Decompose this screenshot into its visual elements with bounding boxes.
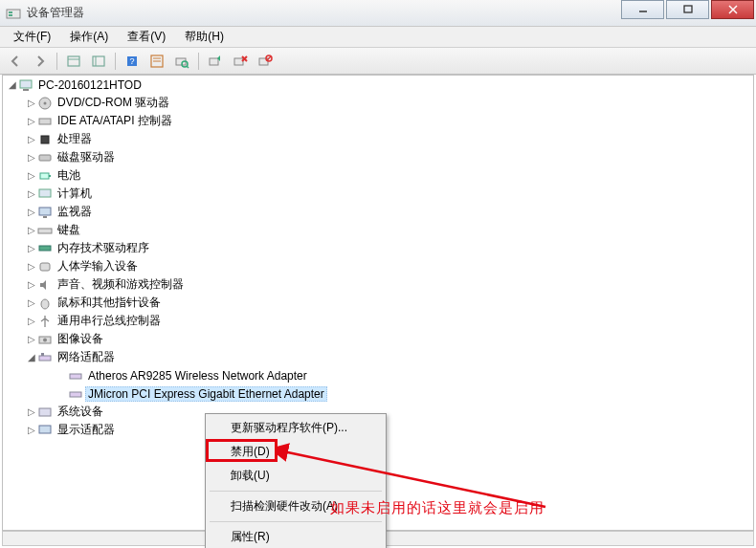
back-button[interactable] (4, 51, 27, 72)
uninstall-button[interactable] (229, 51, 252, 72)
tree-category[interactable]: ▷ 人体学输入设备 (3, 257, 753, 275)
svg-rect-37 (43, 216, 47, 218)
disc-icon (37, 96, 53, 111)
svg-rect-38 (38, 229, 52, 233)
toolbar-separator (115, 53, 116, 70)
tree-label: 计算机 (55, 185, 95, 203)
tree-device-selected[interactable]: JMicron PCI Express Gigabit Ethernet Ada… (3, 384, 753, 403)
expand-icon[interactable]: ▷ (26, 279, 37, 291)
svg-rect-27 (23, 89, 29, 91)
tree-label: 鼠标和其他指针设备 (55, 294, 164, 312)
imaging-icon (37, 332, 53, 347)
expand-icon[interactable]: ▷ (26, 152, 37, 164)
minimize-button[interactable] (621, 0, 664, 19)
expand-icon[interactable]: ▷ (26, 170, 37, 182)
expand-icon[interactable]: ▷ (26, 188, 37, 200)
expand-icon[interactable]: ▷ (26, 297, 37, 309)
tree-category[interactable]: ▷ 磁盘驱动器 (3, 148, 753, 166)
tree-device[interactable]: Atheros AR9285 Wireless Network Adapter (3, 366, 753, 384)
separator (210, 491, 382, 492)
tree-label: 通用串行总线控制器 (55, 312, 164, 330)
tree-label: 声音、视频和游戏控制器 (55, 275, 187, 294)
menubar: 文件(F) 操作(A) 查看(V) 帮助(H) (0, 27, 756, 48)
svg-rect-40 (40, 263, 50, 271)
ctx-properties[interactable]: 属性(R) (208, 525, 384, 548)
svg-rect-36 (39, 208, 51, 215)
svg-line-18 (187, 66, 189, 68)
menu-view[interactable]: 查看(V) (118, 27, 175, 47)
tree-category[interactable]: ▷ 监视器 (3, 203, 753, 221)
tree-category[interactable]: ▷ IDE ATA/ATAPI 控制器 (3, 112, 753, 130)
svg-rect-48 (39, 408, 51, 416)
properties-button[interactable] (145, 51, 168, 72)
expand-icon[interactable]: ▷ (26, 334, 37, 345)
annotation-text: 如果未启用的话这里就会是启用 (330, 499, 545, 517)
svg-rect-2 (9, 14, 12, 16)
tree-category[interactable]: ▷ 处理器 (3, 130, 753, 148)
tree-label: 键盘 (55, 221, 83, 239)
toolbar: ? (0, 48, 756, 75)
menu-file[interactable]: 文件(F) (4, 27, 60, 47)
expand-icon[interactable]: ▷ (26, 116, 37, 127)
expand-icon[interactable]: ▷ (26, 316, 37, 327)
help-button[interactable]: ? (121, 51, 144, 72)
svg-rect-7 (68, 56, 79, 66)
tree-category[interactable]: ▷ 计算机 (3, 185, 753, 203)
disable-button[interactable] (254, 51, 277, 72)
disk-icon (37, 150, 53, 165)
expand-icon[interactable]: ▷ (26, 261, 37, 273)
expand-icon[interactable]: ▷ (26, 134, 37, 145)
forward-button[interactable] (29, 51, 52, 72)
tree-label: DVD/CD-ROM 驱动器 (55, 94, 172, 112)
tree-category-network[interactable]: ◢ 网络适配器 (3, 348, 753, 366)
expand-icon[interactable]: ▷ (26, 243, 37, 254)
tree-category[interactable]: ▷ 内存技术驱动程序 (3, 239, 753, 257)
network-adapter-icon (68, 368, 83, 384)
close-button[interactable] (711, 0, 754, 19)
expand-icon[interactable]: ▷ (26, 207, 37, 218)
show-hidden-button[interactable] (62, 51, 85, 72)
keyboard-icon (37, 223, 53, 238)
tree-label: 监视器 (55, 203, 95, 221)
svg-rect-19 (210, 58, 218, 65)
expand-icon[interactable]: ▷ (26, 225, 37, 236)
menu-help[interactable]: 帮助(H) (175, 27, 233, 47)
network-adapter-icon (68, 386, 83, 402)
tree-category[interactable]: ▷ 键盘 (3, 221, 753, 239)
tree-label: 内存技术驱动程序 (55, 239, 152, 257)
tree-category[interactable]: ▷ 鼠标和其他指针设备 (3, 294, 753, 312)
ctx-disable[interactable]: 禁用(D) (208, 440, 384, 464)
window-titlebar: 设备管理器 (0, 0, 756, 27)
spacer (56, 370, 68, 382)
tree-label: 电池 (55, 166, 83, 185)
computer-icon (18, 77, 33, 93)
update-driver-button[interactable] (204, 51, 227, 72)
tree-category[interactable]: ▷ 声音、视频和游戏控制器 (3, 275, 753, 294)
tree-category[interactable]: ▷ 通用串行总线控制器 (3, 312, 753, 330)
cpu-icon (37, 132, 53, 147)
ctx-update-driver[interactable]: 更新驱动程序软件(P)... (208, 416, 384, 440)
tree-category[interactable]: ▷ 电池 (3, 166, 753, 185)
display-adapter-icon (37, 423, 53, 438)
ctx-uninstall[interactable]: 卸载(U) (208, 464, 384, 488)
scan-hardware-button[interactable] (170, 51, 193, 72)
maximize-button[interactable] (666, 0, 709, 19)
tree-category[interactable]: ▷ DVD/CD-ROM 驱动器 (3, 94, 753, 112)
collapse-icon[interactable]: ◢ (7, 79, 18, 91)
menu-action[interactable]: 操作(A) (60, 27, 118, 47)
tree-label: JMicron PCI Express Gigabit Ethernet Ada… (85, 386, 327, 402)
tree-label: IDE ATA/ATAPI 控制器 (55, 112, 175, 130)
svg-point-41 (41, 299, 49, 309)
tree-label: 图像设备 (55, 330, 106, 348)
tree-category[interactable]: ▷ 图像设备 (3, 330, 753, 348)
svg-rect-32 (39, 155, 51, 161)
view-details-button[interactable] (87, 51, 110, 72)
tree-root[interactable]: ◢ PC-20160121HTOD (3, 76, 753, 94)
expand-icon[interactable]: ▷ (26, 98, 37, 109)
collapse-icon[interactable]: ◢ (26, 352, 37, 363)
expand-icon[interactable]: ▷ (26, 406, 37, 418)
expand-icon[interactable]: ▷ (26, 425, 37, 436)
svg-rect-45 (41, 353, 44, 356)
svg-rect-44 (39, 356, 51, 361)
svg-rect-20 (234, 58, 243, 65)
